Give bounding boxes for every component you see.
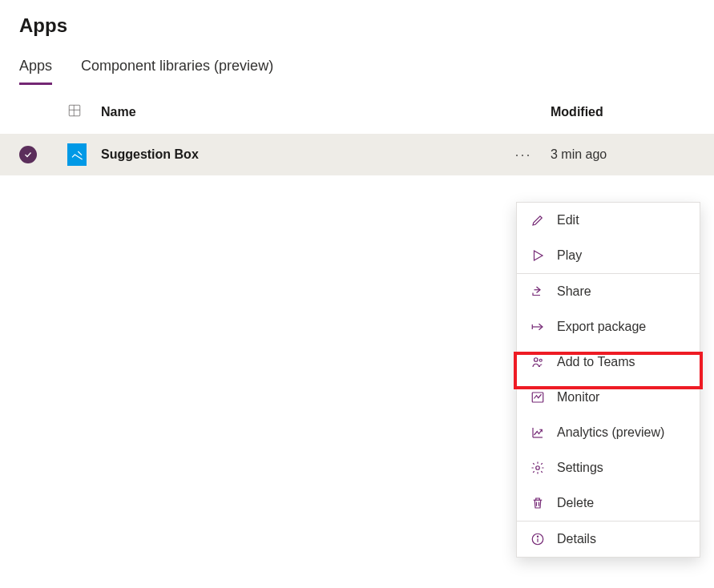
more-actions-button[interactable]: ··· [510, 143, 536, 166]
tab-apps[interactable]: Apps [19, 58, 52, 85]
menu-label: Settings [557, 461, 603, 475]
menu-label: Details [557, 532, 596, 546]
menu-item-monitor[interactable]: Monitor [517, 380, 700, 415]
teams-icon [530, 354, 546, 370]
share-icon [530, 284, 546, 300]
svg-point-7 [539, 359, 542, 361]
svg-point-11 [536, 466, 540, 470]
menu-item-settings[interactable]: Settings [517, 450, 700, 485]
menu-label: Monitor [557, 390, 599, 405]
svg-rect-0 [69, 105, 80, 116]
menu-item-add-to-teams[interactable]: Add to Teams [517, 344, 700, 380]
column-header-name[interactable]: Name [101, 105, 510, 119]
app-tile-icon [67, 143, 87, 166]
page-title: Apps [0, 0, 714, 46]
menu-label: Add to Teams [557, 355, 635, 369]
row-name[interactable]: Suggestion Box [101, 147, 510, 162]
menu-label: Analytics (preview) [557, 425, 664, 440]
svg-marker-3 [534, 251, 543, 260]
menu-item-delete[interactable]: Delete [517, 485, 700, 521]
menu-item-export[interactable]: Export package [517, 309, 700, 344]
export-icon [530, 319, 546, 335]
app-type-header-icon [67, 103, 82, 121]
menu-item-play[interactable]: Play [517, 238, 700, 273]
gear-icon [530, 460, 546, 476]
row-modified: 3 min ago [551, 147, 695, 162]
table-header: Name Modified [0, 86, 714, 134]
svg-point-6 [534, 358, 539, 362]
menu-item-share[interactable]: Share [517, 274, 700, 309]
play-icon [530, 248, 546, 264]
menu-label: Delete [557, 496, 594, 510]
context-menu: Edit Play Share Export package Add to Te… [516, 202, 700, 558]
column-header-modified[interactable]: Modified [551, 105, 695, 119]
menu-label: Export package [557, 320, 646, 334]
monitor-icon [530, 389, 546, 405]
info-icon [530, 531, 546, 547]
menu-item-edit[interactable]: Edit [517, 203, 700, 238]
menu-item-details[interactable]: Details [517, 522, 700, 557]
menu-label: Share [557, 284, 591, 299]
analytics-icon [530, 425, 546, 441]
tabs: Apps Component libraries (preview) [0, 46, 714, 86]
tab-component-libraries[interactable]: Component libraries (preview) [81, 58, 273, 85]
menu-item-analytics[interactable]: Analytics (preview) [517, 415, 700, 450]
table-row[interactable]: Suggestion Box ··· 3 min ago [0, 134, 714, 175]
pencil-icon [530, 212, 546, 228]
menu-label: Play [557, 248, 582, 263]
trash-icon [530, 495, 546, 511]
svg-point-16 [537, 536, 538, 537]
row-selected-icon[interactable] [19, 146, 37, 163]
menu-label: Edit [557, 213, 579, 228]
